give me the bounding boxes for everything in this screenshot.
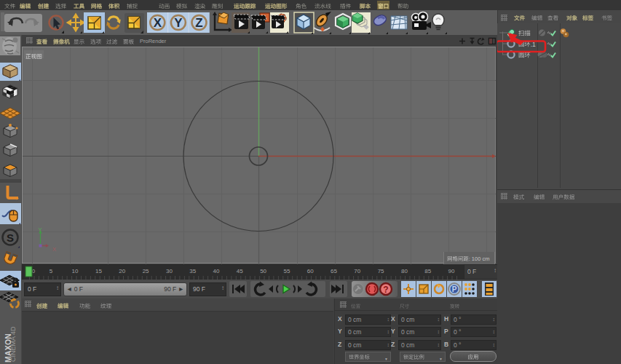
svg-text:40: 40 (213, 268, 220, 274)
svg-text:75: 75 (378, 268, 384, 274)
svg-text:60: 60 (307, 268, 314, 274)
svg-text:15: 15 (95, 268, 102, 274)
svg-text:50: 50 (260, 268, 266, 274)
svg-text:: 100 cm: : 100 cm (469, 256, 490, 262)
svg-text:55: 55 (283, 268, 290, 274)
svg-text:85: 85 (424, 268, 431, 274)
svg-text:20: 20 (119, 268, 125, 274)
svg-text:70: 70 (354, 268, 360, 274)
svg-text:S: S (7, 232, 14, 244)
svg-text:?: ? (383, 285, 388, 295)
svg-text:5: 5 (50, 268, 53, 274)
svg-text:0: 0 (32, 268, 36, 274)
svg-text:45: 45 (237, 268, 243, 274)
svg-text:80: 80 (401, 268, 408, 274)
svg-text:Z: Z (195, 16, 202, 30)
svg-text:90: 90 (448, 268, 455, 274)
svg-text:65: 65 (331, 268, 337, 274)
svg-text:X: X (52, 246, 56, 253)
svg-text:P: P (452, 285, 457, 293)
svg-text:X: X (154, 16, 162, 30)
svg-text:10: 10 (72, 268, 79, 274)
svg-text:Y: Y (39, 226, 42, 233)
svg-text:35: 35 (189, 268, 196, 274)
svg-text:Y: Y (174, 16, 183, 30)
svg-text:25: 25 (143, 268, 149, 274)
svg-text:30: 30 (166, 268, 173, 274)
